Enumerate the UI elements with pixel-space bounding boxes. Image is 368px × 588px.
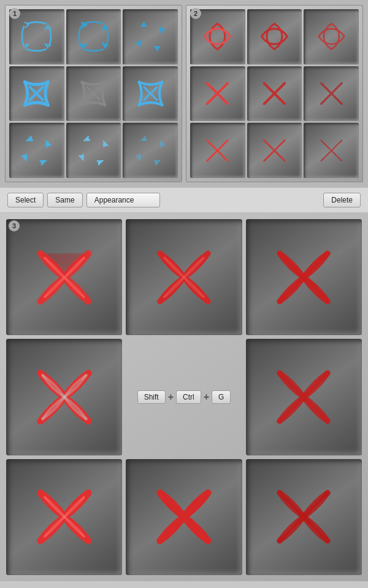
panel-2: 2 [186,5,363,182]
cell-3-1[interactable] [9,123,64,178]
cell-p2-2-2[interactable] [247,66,302,122]
panel-1-number: 1 [9,8,20,19]
large-cell-2-3[interactable] [246,339,362,455]
large-cell-3-1[interactable] [6,459,122,575]
large-red-x-1 [21,234,108,321]
plus-2: + [204,392,209,403]
large-cell-1-1[interactable] [6,219,122,335]
red-x-flower-1 [198,74,237,113]
g-key: G [212,390,231,404]
blue-arrow-icon-6 [131,131,170,170]
cell-p2-3-3[interactable] [304,123,359,178]
panel-2-number: 2 [190,8,201,19]
appearance-field[interactable]: Appearance [86,193,160,207]
panel-1-grid [9,9,178,178]
toolbar: Select Same Appearance Delete [0,187,368,213]
red-petal-icon-1 [198,17,237,56]
large-red-x-4 [21,354,108,441]
red-petal-icon-4 [198,131,237,170]
cell-2-2[interactable] [66,66,121,122]
cell-p2-2-1[interactable] [190,66,245,122]
blue-arrow-icon-4 [17,131,56,170]
large-cell-3-3[interactable] [246,459,362,575]
top-section: 1 [0,0,368,187]
blue-x-icon-3 [131,74,170,113]
large-red-x-8 [140,473,228,560]
blue-x-icon-2 [74,74,113,113]
same-button[interactable]: Same [47,193,82,207]
red-petal-icon-6 [312,131,351,170]
large-cell-1-2[interactable] [126,219,242,335]
blue-arrow-icon-5 [74,131,113,170]
cell-3-3[interactable] [123,123,178,178]
panel-2-grid [190,9,359,178]
cell-p2-1-3[interactable] [304,9,359,64]
cell-p2-3-2[interactable] [247,123,302,178]
red-petal-icon-5 [255,131,294,170]
cell-p2-3-1[interactable] [190,123,245,178]
large-red-x-3 [260,234,347,321]
blue-arrow-icon-3 [131,17,170,56]
red-x-flower-3 [312,74,351,113]
bottom-section: 3 [0,213,368,581]
cell-p2-2-3[interactable] [304,66,359,122]
large-red-x-9 [260,473,347,560]
large-cell-2-2-shortcut: Shift + Ctrl + G [126,339,242,455]
cell-1-2[interactable] [66,9,121,64]
cell-1-3[interactable] [123,9,178,64]
large-red-x-6 [260,354,347,441]
select-button[interactable]: Select [7,193,44,207]
shortcut-bar: Shift + Ctrl + G [137,387,231,408]
red-x-flower-2 [255,74,294,113]
panel-1: 1 [5,5,182,182]
blue-x-icon-1 [17,74,56,113]
red-petal-icon-2 [255,17,294,56]
shift-key: Shift [137,390,166,404]
large-red-x-2 [140,234,228,321]
large-red-x-7 [21,473,108,560]
panel-3-number: 3 [9,220,20,231]
cell-3-2[interactable] [66,123,121,178]
cell-p2-1-2[interactable] [247,9,302,64]
cell-2-3[interactable] [123,66,178,122]
plus-1: + [168,392,174,403]
blue-arrow-icon-1 [17,17,56,56]
large-cell-3-2[interactable] [126,459,242,575]
cell-2-1[interactable] [9,66,64,122]
large-cell-2-1[interactable] [6,339,122,455]
large-cell-1-3[interactable] [246,219,362,335]
red-petal-icon-3 [312,17,351,56]
delete-button[interactable]: Delete [323,193,361,207]
blue-arrow-icon-2 [74,17,113,56]
panel-3-grid: Shift + Ctrl + G [6,219,362,575]
ctrl-key: Ctrl [176,390,201,404]
